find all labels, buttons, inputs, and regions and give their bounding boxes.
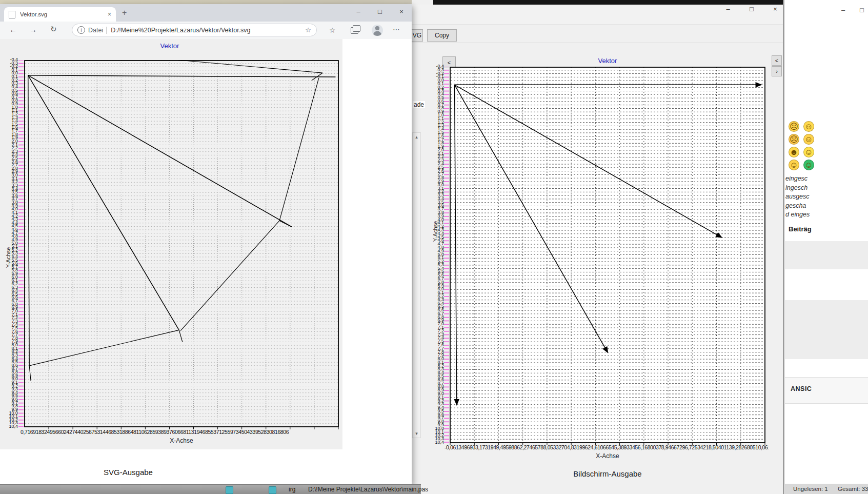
page-icon <box>9 11 15 18</box>
browser-toolbar: ← → ↻ i Datei D:/!Meine%20Projekte/Lazar… <box>0 22 412 39</box>
copy-button[interactable]: Copy <box>427 29 457 42</box>
list-row <box>785 300 868 359</box>
list-row <box>785 269 868 300</box>
page-viewport: Vektor -0,4-0,3-0,2-0,10,00,10,20,30,40,… <box>0 39 412 485</box>
sad-face-icon[interactable]: ☹ <box>789 121 799 132</box>
bildschirm-chart-plot <box>444 67 766 448</box>
refresh-icon[interactable]: ↻ <box>50 25 57 34</box>
x-axis-title: X-Achse <box>450 452 765 460</box>
plot-canvas <box>444 67 766 446</box>
svg-button[interactable]: VG <box>412 29 423 42</box>
unread-count: Ungelesen: 1 <box>793 486 828 492</box>
address-bar[interactable]: i Datei D:/!Meine%20Projekte/Lazarus/Vek… <box>72 24 317 36</box>
taskbar[interactable]: irg D:\!Meine Projekte\Lazarus\Vektor\ma… <box>0 484 421 494</box>
list-row <box>785 241 868 269</box>
view-menu-label[interactable]: ANSIC <box>791 385 812 392</box>
scroll-up-icon[interactable]: ▴ <box>413 134 420 140</box>
info-icon[interactable]: i <box>77 26 85 34</box>
close-button[interactable]: × <box>766 3 784 16</box>
expand-right-button[interactable]: › <box>772 66 782 76</box>
app-icon[interactable] <box>226 486 233 494</box>
url-scheme-label: Datei <box>88 27 103 34</box>
chart-title: Vektor <box>450 57 765 65</box>
scroll-down-icon[interactable]: ▾ <box>413 431 420 436</box>
desktop: – □ × VG Copy ade < < › ▴ ▾ Vektor -0,4-… <box>0 0 868 494</box>
chart-caption: Bildschirm-Ausgabe <box>450 469 765 478</box>
y-axis-title: Y-Achse <box>432 221 438 242</box>
laugh-face-icon[interactable]: ☺ <box>803 134 814 145</box>
post-option-lines: eingesc ingesch ausgesc gescha d einges <box>785 175 810 220</box>
angry-face-icon[interactable]: ☹ <box>789 134 799 145</box>
tab-bar: Vektor.svg × + – □ × <box>0 4 412 22</box>
svg-chart-plot <box>18 60 339 432</box>
divider <box>106 27 107 34</box>
emoji-picker: ☹☺☹☺☻☺☺☺ <box>786 120 817 171</box>
new-tab-button[interactable]: + <box>122 8 127 17</box>
y-tick-label: 10,4 <box>435 440 444 445</box>
profile-avatar[interactable] <box>372 25 383 36</box>
browser-window: Vektor.svg × + – □ × ← → ↻ i Datei D:/!M… <box>0 4 412 485</box>
maximize-button[interactable]: □ <box>371 5 389 18</box>
cool-face-icon[interactable]: ☻ <box>789 147 799 157</box>
clipped-label-fragment: ade <box>413 101 425 108</box>
option-line: ingesch <box>785 184 810 193</box>
forward-icon[interactable]: → <box>29 25 37 34</box>
smile-face-icon[interactable]: ☺ <box>803 147 814 157</box>
option-line: d einges <box>785 211 810 220</box>
plot-canvas <box>18 60 339 430</box>
x-axis-tick-labels: -0,0613496933,1731949,49598862,27465788,… <box>445 444 769 450</box>
favorites-icon[interactable]: ☆ <box>329 26 336 34</box>
minimize-button[interactable]: – <box>350 5 367 18</box>
grin-face-icon[interactable]: ☺ <box>803 160 814 170</box>
minimize-button[interactable]: – <box>841 6 845 14</box>
option-line: ausgesc <box>785 193 810 202</box>
browser-tab[interactable]: Vektor.svg × <box>4 7 116 22</box>
posts-heading: Beiträg <box>789 225 812 233</box>
minimize-button[interactable]: – <box>719 3 737 16</box>
x-axis-tick-labels: 0,71691832495660242744025675314468531886… <box>21 429 341 435</box>
tab-title: Vektor.svg <box>20 11 108 17</box>
maximize-button[interactable]: □ <box>743 3 760 16</box>
maximize-button[interactable]: □ <box>860 6 864 14</box>
output-app-window: – □ × VG Copy ade < < › ▴ ▾ Vektor -0,4-… <box>412 0 783 494</box>
favorite-star-icon[interactable]: ☆ <box>305 26 311 34</box>
back-icon[interactable]: ← <box>9 25 17 34</box>
chart-caption: SVG-Ausgabe <box>77 468 179 477</box>
collections-icon[interactable] <box>351 27 358 34</box>
close-button[interactable]: × <box>393 5 410 18</box>
toolbar-divider <box>412 43 783 43</box>
forum-status-bar: Ungelesen: 1 Gesamt: 332 <box>784 484 868 494</box>
chart-title: Vektor <box>25 42 315 50</box>
y-axis-tick-labels: -0,4-0,3-0,2-0,10,00,10,20,30,40,50,60,7… <box>432 67 444 443</box>
total-count: Gesamt: 332 <box>838 486 868 492</box>
taskbar-text-fragment: irg <box>289 486 295 493</box>
wink-face-icon[interactable]: ☺ <box>803 121 814 132</box>
forum-panel: – □ ☹☺☹☺☻☺☺☺ eingesc ingesch ausgesc ges… <box>783 0 868 494</box>
y-tick-label: 10,4 <box>9 424 18 429</box>
option-line: eingesc <box>785 175 810 184</box>
collapse-right-button[interactable]: < <box>772 55 782 66</box>
y-axis-title: Y-Achse <box>5 247 11 268</box>
tongue-face-icon[interactable]: ☺ <box>789 160 799 170</box>
app-icon[interactable] <box>269 486 276 494</box>
tab-close-icon[interactable]: × <box>108 11 111 18</box>
url-text[interactable]: D:/!Meine%20Projekte/Lazarus/Vektor/Vekt… <box>111 27 302 34</box>
source-file-path: D:\!Meine Projekte\Lazarus\Vektor\main.p… <box>308 486 428 493</box>
option-line: gescha <box>785 202 810 211</box>
y-axis-tick-labels: -0,4-0,3-0,2-0,10,00,10,20,30,40,50,60,7… <box>6 60 18 427</box>
menu-icon[interactable]: ⋯ <box>393 25 400 33</box>
vertical-scrollbar[interactable]: ▴ ▾ <box>412 132 421 438</box>
x-axis-title: X-Achse <box>25 437 338 444</box>
